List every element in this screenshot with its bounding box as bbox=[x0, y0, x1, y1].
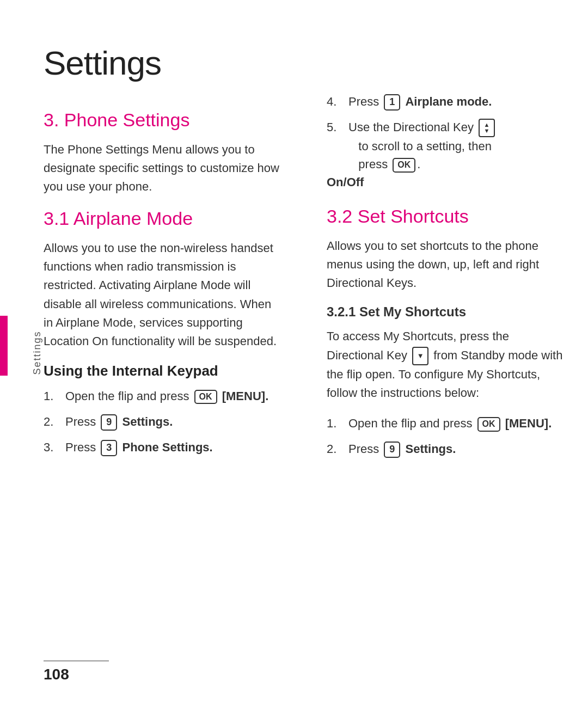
on-off-label: On/Off bbox=[327, 175, 566, 189]
step-4-num: 4. bbox=[327, 93, 344, 111]
ok-key-r1: OK bbox=[477, 417, 500, 432]
step-4: 4. Press 1 Airplane mode. bbox=[327, 93, 566, 111]
step-r2-label: Settings. bbox=[405, 442, 456, 456]
dir-key-step5: ▲ ▼ bbox=[479, 119, 495, 137]
step-3: 3. Press 3 Phone Settings. bbox=[44, 438, 283, 456]
step-r1-num: 1. bbox=[327, 414, 344, 432]
set-shortcuts-body: Allows you to set shortcuts to the phone… bbox=[327, 237, 566, 292]
step-2-label: Settings. bbox=[122, 415, 173, 428]
step-3-content: Press 3 Phone Settings. bbox=[65, 438, 283, 456]
internal-keypad-heading: Using the Internal Keypad bbox=[44, 363, 283, 379]
step-5-content: Use the Directional Key ▲ ▼ to scroll to… bbox=[348, 118, 566, 173]
section-3-heading: 3. Phone Settings bbox=[44, 109, 283, 131]
step-3-label: Phone Settings. bbox=[122, 440, 212, 454]
step-r1-menu: [MENU]. bbox=[505, 416, 552, 430]
step-r2-content: Press 9 Settings. bbox=[348, 440, 566, 458]
page-container: Settings 3. Phone Settings The Phone Set… bbox=[0, 0, 588, 705]
main-content: Settings 3. Phone Settings The Phone Set… bbox=[44, 33, 566, 672]
airplane-mode-body: Allows you to use the non-wireless hands… bbox=[44, 239, 283, 351]
page-number: 108 bbox=[44, 666, 69, 683]
page-title: Settings bbox=[44, 44, 283, 82]
step-r2: 2. Press 9 Settings. bbox=[327, 440, 566, 458]
ok-key-step5: OK bbox=[393, 158, 415, 173]
step-5-num: 5. bbox=[327, 118, 344, 136]
step-4-label: Airplane mode. bbox=[405, 95, 492, 108]
step-1-content: Open the flip and press OK [MENU]. bbox=[65, 387, 283, 405]
section-31-heading: 3.1 Airplane Mode bbox=[44, 208, 283, 229]
step-5: 5. Use the Directional Key ▲ ▼ to scroll… bbox=[327, 118, 566, 173]
step-3-num: 3. bbox=[44, 438, 61, 456]
section-321-heading: 3.2.1 Set My Shortcuts bbox=[327, 304, 566, 320]
step-2-content: Press 9 Settings. bbox=[65, 413, 283, 431]
ok-key-step1: OK bbox=[194, 390, 217, 404]
section-32-heading: 3.2 Set Shortcuts bbox=[327, 206, 566, 227]
key-9-r2: 9 bbox=[384, 442, 400, 457]
step-2-num: 2. bbox=[44, 413, 61, 431]
step-r1: 1. Open the flip and press OK [MENU]. bbox=[327, 414, 566, 432]
step-4-content: Press 1 Airplane mode. bbox=[348, 93, 566, 111]
step-2: 2. Press 9 Settings. bbox=[44, 413, 283, 431]
right-column: 4. Press 1 Airplane mode. 5. Use the Dir… bbox=[310, 33, 566, 672]
intro-text: The Phone Settings Menu allows you to de… bbox=[44, 140, 283, 196]
key-3-step3: 3 bbox=[101, 440, 117, 456]
step-1: 1. Open the flip and press OK [MENU]. bbox=[44, 387, 283, 405]
key-9-step2: 9 bbox=[101, 414, 117, 430]
set-my-shortcuts-body: To access My Shortcuts, press the Direct… bbox=[327, 327, 566, 402]
left-column: Settings 3. Phone Settings The Phone Set… bbox=[44, 33, 310, 672]
step-r2-num: 2. bbox=[327, 440, 344, 458]
step-1-num: 1. bbox=[44, 387, 61, 405]
step-1-menu: [MENU]. bbox=[222, 389, 269, 403]
bottom-divider bbox=[44, 660, 109, 661]
key-1-step4: 1 bbox=[384, 94, 400, 110]
step-r1-content: Open the flip and press OK [MENU]. bbox=[348, 414, 566, 432]
dir-key-shortcuts: ▼ bbox=[412, 347, 428, 365]
